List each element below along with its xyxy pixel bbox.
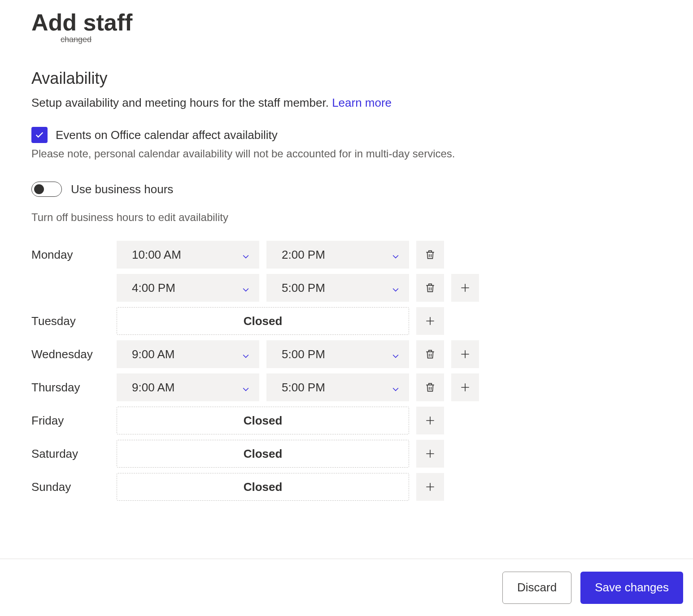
start-time-value: 4:00 PM [132,281,175,295]
end-time-value: 5:00 PM [282,281,325,295]
section-description: Setup availability and meeting hours for… [31,96,662,110]
section-desc-text: Setup availability and meeting hours for… [31,96,329,109]
end-time-select[interactable]: 5:00 PM [266,340,409,368]
start-time-value: 10:00 AM [132,248,181,262]
truncated-text: changed [61,35,662,44]
day-label-tuesday: Tuesday [31,307,117,328]
chevron-down-icon [241,383,250,392]
closed-box: Closed [117,307,409,335]
plus-icon [424,315,436,327]
chevron-down-icon [241,250,250,259]
office-calendar-label: Events on Office calendar affect availab… [56,128,278,142]
delete-slot-button[interactable] [416,241,444,269]
start-time-select[interactable]: 10:00 AM [117,241,259,269]
closed-row: Closed [117,307,662,335]
trash-icon [424,249,436,260]
plus-icon [459,348,471,360]
closed-row: Closed [117,473,662,501]
delete-slot-button[interactable] [416,274,444,302]
start-time-select[interactable]: 9:00 AM [117,340,259,368]
business-hours-label: Use business hours [71,182,173,196]
start-time-value: 9:00 AM [132,381,174,395]
section-heading-availability: Availability [31,69,662,88]
plus-icon [424,481,436,493]
start-time-select[interactable]: 4:00 PM [117,274,259,302]
business-hours-note: Turn off business hours to edit availabi… [31,211,662,224]
delete-slot-button[interactable] [416,340,444,368]
plus-icon [424,415,436,426]
schedule-grid: Monday 10:00 AM 2:00 PM 4:00 PM [31,241,662,501]
start-time-value: 9:00 AM [132,347,174,361]
day-label-wednesday: Wednesday [31,340,117,361]
check-icon [35,130,44,140]
add-slot-button[interactable] [451,274,479,302]
end-time-select[interactable]: 2:00 PM [266,241,409,269]
trash-icon [424,382,436,393]
end-time-value: 5:00 PM [282,381,325,395]
time-slot-row: 9:00 AM 5:00 PM [117,340,662,368]
chevron-down-icon [241,350,250,359]
end-time-select[interactable]: 5:00 PM [266,274,409,302]
footer-bar: Discard Save changes [0,559,693,616]
closed-row: Closed [117,407,662,434]
delete-slot-button[interactable] [416,373,444,401]
add-slot-button[interactable] [451,373,479,401]
discard-button[interactable]: Discard [502,572,571,604]
learn-more-link[interactable]: Learn more [332,96,392,109]
plus-icon [459,282,471,294]
day-label-saturday: Saturday [31,440,117,461]
day-label-sunday: Sunday [31,473,117,494]
chevron-down-icon [391,350,400,359]
save-button[interactable]: Save changes [580,572,683,604]
business-hours-toggle[interactable] [31,182,62,197]
closed-row: Closed [117,440,662,468]
toggle-knob [34,184,44,194]
chevron-down-icon [391,283,400,292]
add-slot-button[interactable] [416,473,444,501]
closed-box: Closed [117,440,409,468]
day-label-thursday: Thursday [31,373,117,395]
trash-icon [424,348,436,360]
office-calendar-checkbox[interactable] [31,127,48,143]
start-time-select[interactable]: 9:00 AM [117,373,259,401]
add-slot-button[interactable] [416,407,444,434]
closed-box: Closed [117,407,409,434]
add-slot-button[interactable] [416,307,444,335]
end-time-value: 5:00 PM [282,347,325,361]
time-slot-row: 10:00 AM 2:00 PM [117,241,662,269]
time-slot-row: 4:00 PM 5:00 PM [117,274,662,302]
office-calendar-note: Please note, personal calendar availabil… [31,147,662,160]
trash-icon [424,282,436,294]
chevron-down-icon [391,250,400,259]
add-slot-button[interactable] [416,440,444,468]
chevron-down-icon [241,283,250,292]
closed-box: Closed [117,473,409,501]
day-label-friday: Friday [31,407,117,428]
end-time-select[interactable]: 5:00 PM [266,373,409,401]
time-slot-row: 9:00 AM 5:00 PM [117,373,662,401]
plus-icon [459,382,471,393]
chevron-down-icon [391,383,400,392]
day-label-monday: Monday [31,241,117,262]
page-title: Add staff [31,9,662,36]
add-slot-button[interactable] [451,340,479,368]
plus-icon [424,448,436,460]
end-time-value: 2:00 PM [282,248,325,262]
